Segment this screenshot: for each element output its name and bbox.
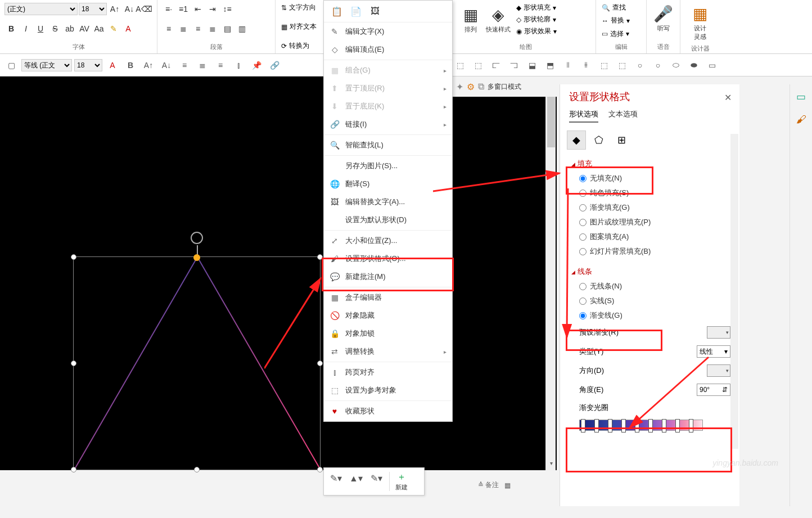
vtb-slide-icon[interactable]: ▭ (793, 89, 809, 105)
tb2-bold-icon[interactable]: B (123, 57, 138, 73)
ctx-set-default[interactable]: 设置为默认形状(D) (324, 211, 452, 229)
tb2-inc-icon[interactable]: A↑ (141, 57, 156, 73)
type-select[interactable]: 线性▾ (697, 345, 730, 358)
ctx-save-pic[interactable]: 另存为图片(S)... (324, 157, 452, 175)
pane-fill-line-icon[interactable]: ◆ (567, 130, 586, 150)
ctx-hide[interactable]: 🚫对象隐藏 (324, 307, 452, 325)
section-line[interactable]: 线条 (571, 267, 733, 277)
italic-icon[interactable]: I (19, 22, 33, 35)
design-btn[interactable]: ▦设计 灵感 (685, 2, 715, 43)
increase-font-icon[interactable]: A↑ (108, 2, 121, 16)
grad-stop-9[interactable] (689, 419, 693, 433)
spark-icon[interactable]: ✦ (456, 82, 463, 92)
handle-mr[interactable] (317, 361, 323, 366)
view-normal-icon[interactable]: ▦ (504, 481, 511, 489)
tab-shape-options[interactable]: 形状选项 (569, 109, 598, 123)
tb2-a15-icon[interactable]: ⬭ (668, 57, 684, 73)
line-solid-radio[interactable]: 实线(S) (571, 294, 733, 308)
scroll-thumb[interactable] (547, 97, 555, 147)
shape-outline-btn[interactable]: ◇ 形状轮廓 ▾ (515, 14, 558, 25)
indent-dec-icon[interactable]: ⇤ (191, 2, 205, 16)
fill-none-radio[interactable]: 无填充(N) (571, 171, 733, 186)
arrange-btn[interactable]: ▦排列 (460, 3, 481, 36)
tb2-font-select[interactable]: 等线 (正文 (21, 59, 72, 71)
section-fill[interactable]: 填充 (571, 159, 733, 169)
ctx-fav[interactable]: ♥收藏形状 (324, 402, 452, 420)
grad-stop-1[interactable] (581, 419, 585, 433)
tb2-a4-icon[interactable]: ⬚ (470, 57, 486, 73)
align-right-icon[interactable]: ≡ (191, 22, 205, 35)
tab-text-options[interactable]: 文本选项 (608, 109, 638, 123)
ctx-edit-vertex[interactable]: ◇编辑顶点(E) (324, 40, 452, 58)
tb2-a11-icon[interactable]: ⬚ (596, 57, 612, 73)
bt-fill-icon[interactable]: ▲▾ (349, 473, 363, 490)
tb2-a14-icon[interactable]: ○ (650, 57, 666, 73)
ctx-paste-icon[interactable]: 📋 (330, 4, 344, 19)
shadow-icon[interactable]: ab (63, 22, 76, 35)
ctx-translate[interactable]: 🌐翻译(S) (324, 175, 452, 193)
tb2-link-icon[interactable]: 🔗 (267, 57, 282, 73)
direction-picker[interactable] (707, 364, 730, 377)
grad-stop-8[interactable] (675, 419, 680, 433)
fill-slidebg-radio[interactable]: 幻灯片背景填充(B) (571, 244, 733, 259)
ctx-cross-align[interactable]: ⫿跨页对齐 (324, 363, 452, 381)
distribute-icon[interactable]: ▤ (220, 22, 234, 35)
vtb-format-icon[interactable]: 🖌 (793, 111, 809, 127)
rotate-handle[interactable] (191, 232, 203, 244)
tb2-valign-icon[interactable]: ⫿ (231, 57, 246, 73)
case-icon[interactable]: Aa (92, 22, 106, 35)
align-left-icon[interactable]: ≡ (162, 22, 175, 35)
handle-br[interactable] (317, 467, 323, 472)
replace-btn[interactable]: ↔ 替换 ▾ (601, 15, 642, 26)
grad-stop-3[interactable] (608, 419, 612, 433)
align-center-icon[interactable]: ≣ (177, 22, 190, 35)
fill-picture-radio[interactable]: 图片或纹理填充(P) (571, 215, 733, 229)
grad-stop-6[interactable] (648, 419, 653, 433)
tb2-a17-icon[interactable]: ▭ (704, 57, 720, 73)
tb2-textbox-icon[interactable]: ▢ (3, 57, 19, 73)
tb2-a5-icon[interactable]: ⫍ (488, 57, 504, 73)
shape-fill-btn[interactable]: ◆ 形状填充 ▾ (515, 2, 558, 13)
convert-btn[interactable]: ⟳ 转换为 (280, 40, 321, 51)
apex-vertex[interactable] (193, 254, 200, 261)
grad-stop-5[interactable] (635, 419, 639, 433)
font-family-select[interactable]: (正文) (4, 3, 78, 15)
tb2-align-c-icon[interactable]: ≣ (195, 57, 210, 73)
ctx-adjust[interactable]: ⇄调整转换▸ (324, 343, 452, 361)
line-gradient-radio[interactable]: 渐变线(G) (571, 308, 733, 323)
handle-bl[interactable] (71, 467, 76, 472)
handle-ml[interactable] (71, 361, 76, 366)
tb2-fontcolor-icon[interactable]: A (105, 57, 120, 73)
decrease-font-icon[interactable]: A↓ (123, 2, 136, 16)
tb2-a16-icon[interactable]: ⬬ (686, 57, 702, 73)
tb2-a9-icon[interactable]: ⫴ (560, 57, 576, 73)
clear-format-icon[interactable]: A⌫ (137, 2, 151, 16)
slide-canvas[interactable] (0, 76, 557, 470)
line-spacing-icon[interactable]: ↕≡ (220, 2, 234, 16)
tb2-align-l-icon[interactable]: ≡ (177, 57, 192, 73)
notes-btn[interactable]: ≙ 备注 (478, 480, 499, 490)
pane-close-icon[interactable]: ✕ (724, 92, 732, 103)
indent-inc-icon[interactable]: ⇥ (206, 2, 219, 16)
justify-icon[interactable]: ≣ (206, 22, 219, 35)
find-btn[interactable]: 🔍 查找 (601, 2, 642, 13)
fill-solid-radio[interactable]: 纯色填充(S) (571, 186, 733, 200)
underline-icon[interactable]: U (34, 22, 47, 35)
select-btn[interactable]: ▭ 选择 ▾ (601, 29, 642, 39)
ctx-edit-text[interactable]: ✎编辑文字(X) (324, 22, 452, 40)
bt-new-btn[interactable]: ＋ 新建 (395, 471, 408, 492)
angle-input[interactable]: 90°⇵ (697, 384, 730, 396)
canvas-scrollbar[interactable]: ▴ ▾ (545, 97, 556, 470)
ctx-size-pos[interactable]: ⤢大小和位置(Z)... (324, 232, 452, 250)
ctx-format-shape[interactable]: 🖌设置形状格式(O)... (324, 250, 452, 268)
shape-effect-btn[interactable]: ◉ 形状效果 ▾ (515, 26, 558, 37)
tb2-a13-icon[interactable]: ○ (632, 57, 648, 73)
multi-window-label[interactable]: 多窗口模式 (488, 82, 521, 92)
tb2-a8-icon[interactable]: ⬒ (542, 57, 558, 73)
ctx-new-comment[interactable]: 💬新建批注(M) (324, 268, 452, 286)
handle-bm[interactable] (194, 467, 200, 472)
handle-tr[interactable] (317, 254, 323, 260)
tb2-a7-icon[interactable]: ⬓ (524, 57, 540, 73)
preset-gradient-picker[interactable] (707, 326, 730, 339)
ctx-link[interactable]: 🔗链接(I)▸ (324, 115, 452, 133)
